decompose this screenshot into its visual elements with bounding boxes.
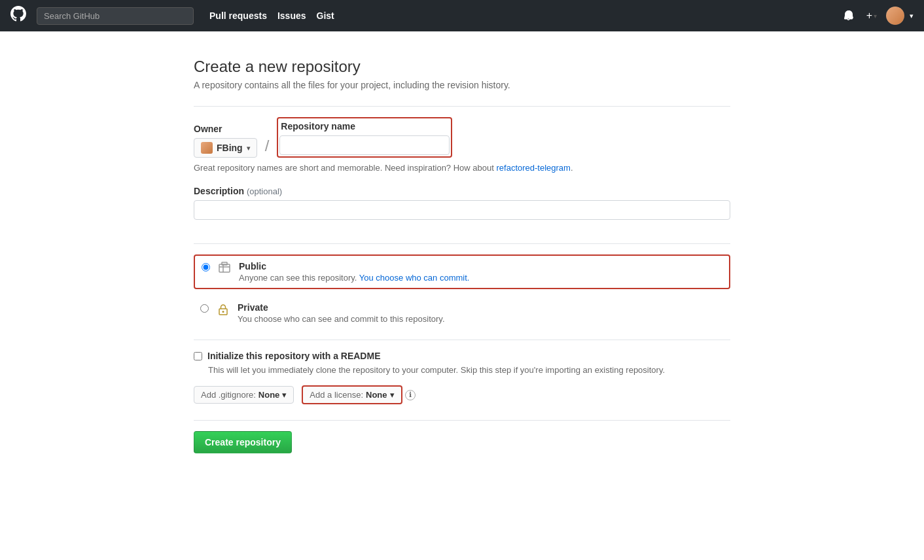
description-input[interactable] xyxy=(194,200,730,220)
issues-link[interactable]: Issues xyxy=(277,10,306,21)
license-label: Add a license: xyxy=(310,390,363,400)
public-radio[interactable] xyxy=(202,263,210,271)
svg-rect-0 xyxy=(219,264,230,272)
public-repo-icon xyxy=(217,261,232,279)
svg-rect-1 xyxy=(222,262,227,265)
repo-name-group: Repository name xyxy=(277,117,452,158)
page-subtitle: A repository contains all the files for … xyxy=(194,80,730,90)
slash-separator: / xyxy=(262,137,272,158)
gitignore-label: Add .gitignore: xyxy=(201,390,256,400)
header: Pull requests Issues Gist + ▾ ▾ xyxy=(0,0,924,31)
name-suggestion-prefix: Great repository names are short and mem… xyxy=(194,163,494,173)
license-value: None xyxy=(366,390,387,400)
public-title: Public xyxy=(239,261,469,271)
header-nav: Pull requests Issues Gist xyxy=(209,10,334,21)
owner-group: Owner FBing ▾ xyxy=(194,124,257,158)
owner-avatar-icon xyxy=(201,142,213,154)
header-actions: + ▾ ▾ xyxy=(840,7,914,25)
initialize-section: Initialize this repository with a README… xyxy=(194,351,730,375)
license-dropdown[interactable]: Add a license: None ▾ xyxy=(302,385,402,404)
bottom-dropdowns: Add .gitignore: None ▾ Add a license: No… xyxy=(194,385,730,404)
private-repo-icon xyxy=(215,302,231,321)
public-desc: Anyone can see this repository. You choo… xyxy=(239,273,469,283)
avatar[interactable] xyxy=(886,7,904,25)
description-optional: (optional) xyxy=(247,186,282,196)
name-suggestion: Great repository names are short and mem… xyxy=(194,163,730,173)
pull-requests-link[interactable]: Pull requests xyxy=(209,10,267,21)
gitignore-dropdown[interactable]: Add .gitignore: None ▾ xyxy=(194,386,294,404)
owner-dropdown[interactable]: FBing ▾ xyxy=(194,138,257,158)
gist-link[interactable]: Gist xyxy=(317,10,334,21)
public-option[interactable]: Public Anyone can see this repository. Y… xyxy=(194,254,730,289)
initialize-row: Initialize this repository with a README xyxy=(194,351,730,361)
new-button[interactable]: + ▾ xyxy=(862,7,881,24)
svg-point-5 xyxy=(222,311,224,313)
description-group: Description (optional) xyxy=(194,186,730,233)
github-logo-icon[interactable] xyxy=(10,6,26,26)
initialize-label[interactable]: Initialize this repository with a README xyxy=(207,351,380,361)
repo-name-input[interactable] xyxy=(279,135,450,155)
main-content: Create a new repository A repository con… xyxy=(181,31,743,480)
initialize-checkbox[interactable] xyxy=(194,352,202,360)
owner-repo-row: Owner FBing ▾ / Repository name xyxy=(194,117,730,158)
owner-label: Owner xyxy=(194,124,257,134)
initialize-desc: This will let you immediately clone the … xyxy=(208,365,730,375)
gitignore-chevron-icon: ▾ xyxy=(282,390,287,400)
create-repository-button[interactable]: Create repository xyxy=(194,431,292,453)
license-info-icon[interactable]: ℹ xyxy=(405,390,416,400)
private-title: Private xyxy=(238,302,445,313)
search-input[interactable] xyxy=(37,7,194,25)
public-option-content: Public Anyone can see this repository. Y… xyxy=(239,261,469,283)
repo-name-label: Repository name xyxy=(279,120,450,131)
name-suggestion-suffix: . xyxy=(571,163,573,173)
page-title: Create a new repository xyxy=(194,58,730,76)
owner-name: FBing xyxy=(217,143,243,153)
notifications-button[interactable] xyxy=(840,8,857,24)
divider-init xyxy=(194,340,730,340)
divider-visibility xyxy=(194,243,730,244)
repo-name-box: Repository name xyxy=(277,117,452,158)
divider-top xyxy=(194,106,730,107)
private-option[interactable]: Private You choose who can see and commi… xyxy=(194,297,730,329)
gitignore-value: None xyxy=(258,390,280,400)
avatar-dropdown-icon[interactable]: ▾ xyxy=(910,12,914,20)
private-radio[interactable] xyxy=(200,304,209,313)
description-label: Description (optional) xyxy=(194,186,730,196)
license-chevron-icon: ▾ xyxy=(390,390,395,400)
divider-create xyxy=(194,420,730,421)
chevron-down-icon: ▾ xyxy=(874,12,877,20)
license-group: Add a license: None ▾ ℹ xyxy=(302,385,415,404)
owner-chevron-icon: ▾ xyxy=(247,145,250,152)
name-suggestion-link[interactable]: refactored-telegram xyxy=(496,163,570,173)
private-option-content: Private You choose who can see and commi… xyxy=(238,302,445,324)
private-desc: You choose who can see and commit to thi… xyxy=(238,314,445,324)
plus-icon: + xyxy=(866,10,872,22)
